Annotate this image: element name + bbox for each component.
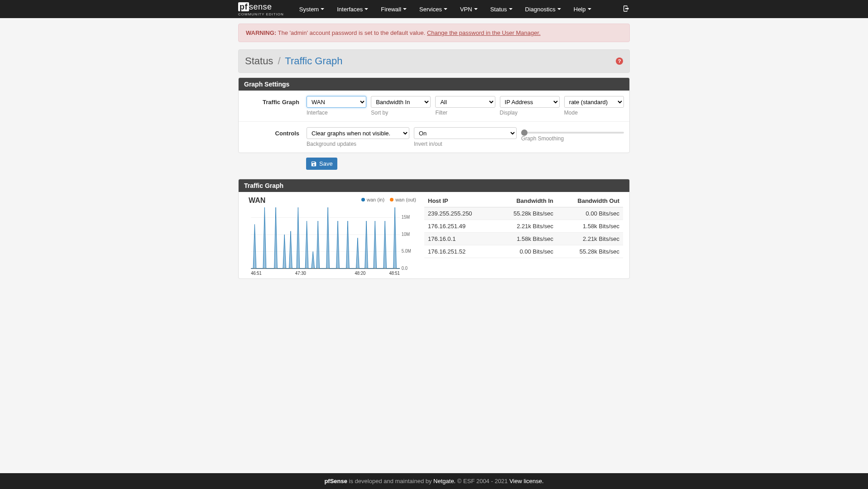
nav-help[interactable]: Help: [567, 1, 598, 17]
display-help: Display: [500, 110, 560, 116]
caret-down-icon: [557, 8, 561, 10]
breadcrumb-root: Status: [245, 55, 273, 67]
warning-label: WARNING:: [246, 29, 276, 36]
background-updates-select[interactable]: Clear graphs when not visible.: [307, 127, 409, 139]
graph-settings-panel: Graph Settings Traffic Graph WAN Interfa…: [238, 77, 630, 153]
col-header: Host IP: [424, 195, 494, 207]
background-updates-help: Background updates: [307, 141, 409, 147]
warning-text: The 'admin' account password is set to t…: [276, 29, 427, 36]
table-row: 176.16.251.492.21k Bits/sec1.58k Bits/se…: [424, 220, 623, 233]
table-row: 176.16.0.11.58k Bits/sec2.21k Bits/sec: [424, 233, 623, 245]
col-header: Bandwidth Out: [557, 195, 623, 207]
smoothing-help: Graph Smoothing: [521, 135, 624, 142]
caret-down-icon: [364, 8, 368, 10]
filter-help: Filter: [435, 110, 495, 116]
invert-help: Invert in/out: [414, 141, 517, 147]
svg-text:10M: 10M: [402, 232, 410, 237]
nav-firewall[interactable]: Firewall: [374, 1, 413, 17]
caret-down-icon: [403, 8, 407, 10]
traffic-chart: 0.05.0M10M15M46:5147:3048:2048:51: [245, 206, 416, 276]
filter-select[interactable]: All: [435, 96, 495, 108]
svg-text:5.0M: 5.0M: [402, 249, 411, 254]
nav-system[interactable]: System: [293, 1, 331, 17]
svg-text:0.0: 0.0: [402, 266, 408, 271]
nav-services[interactable]: Services: [413, 1, 454, 17]
col-header: Bandwidth In: [494, 195, 557, 207]
nav-vpn[interactable]: VPN: [454, 1, 484, 17]
interface-help: Interface: [307, 110, 366, 116]
caret-down-icon: [444, 8, 447, 10]
chart-legend: wan (in) wan (out): [361, 197, 416, 202]
table-row: 239.255.255.25055.28k Bits/sec0.00 Bits/…: [424, 207, 623, 220]
mode-help: Mode: [564, 110, 624, 116]
smoothing-slider[interactable]: [521, 132, 624, 134]
svg-text:15M: 15M: [402, 215, 410, 220]
host-table: Host IPBandwidth InBandwidth Out 239.255…: [424, 195, 623, 258]
sortby-select[interactable]: Bandwidth In: [371, 96, 431, 108]
invert-select[interactable]: On: [414, 127, 517, 139]
sortby-help: Sort by: [371, 110, 431, 116]
table-row: 176.16.251.520.00 Bits/sec55.28k Bits/se…: [424, 245, 623, 258]
logout-icon[interactable]: [623, 5, 630, 14]
svg-text:46:51: 46:51: [251, 271, 262, 276]
caret-down-icon: [588, 8, 591, 10]
warning-alert: WARNING: The 'admin' account password is…: [238, 24, 630, 42]
interface-select[interactable]: WAN: [307, 96, 366, 108]
controls-label: Controls: [239, 127, 307, 147]
change-password-link[interactable]: Change the password in the User Manager.: [427, 29, 541, 36]
legend-out: wan (out): [395, 197, 416, 202]
save-button[interactable]: Save: [306, 158, 337, 170]
breadcrumb-panel: Status / Traffic Graph ?: [238, 49, 630, 73]
breadcrumb: Status / Traffic Graph: [245, 55, 343, 67]
nav-interfaces[interactable]: Interfaces: [331, 1, 374, 17]
svg-text:48:20: 48:20: [355, 271, 366, 276]
save-icon: [311, 161, 317, 167]
chart-title: WAN: [249, 197, 265, 205]
nav-status[interactable]: Status: [484, 1, 519, 17]
display-select[interactable]: IP Address: [500, 96, 560, 108]
mode-select[interactable]: rate (standard): [564, 96, 624, 108]
caret-down-icon: [474, 8, 478, 10]
nav-diagnostics[interactable]: Diagnostics: [519, 1, 567, 17]
graph-settings-heading: Graph Settings: [239, 78, 629, 91]
legend-in: wan (in): [367, 197, 384, 202]
help-icon[interactable]: ?: [616, 58, 623, 65]
traffic-graph-heading: Traffic Graph: [239, 179, 629, 192]
traffic-graph-label: Traffic Graph: [239, 96, 307, 116]
svg-text:48:51: 48:51: [389, 271, 400, 276]
caret-down-icon: [509, 8, 513, 10]
caret-down-icon: [321, 8, 324, 10]
traffic-graph-panel: Traffic Graph WAN wan (in) wan (out) 0.0…: [238, 179, 630, 279]
breadcrumb-page[interactable]: Traffic Graph: [285, 55, 342, 67]
navbar: pfsense COMMUNITY EDITION SystemInterfac…: [0, 0, 868, 18]
svg-text:47:30: 47:30: [295, 271, 306, 276]
brand-logo[interactable]: pfsense COMMUNITY EDITION: [238, 2, 284, 16]
